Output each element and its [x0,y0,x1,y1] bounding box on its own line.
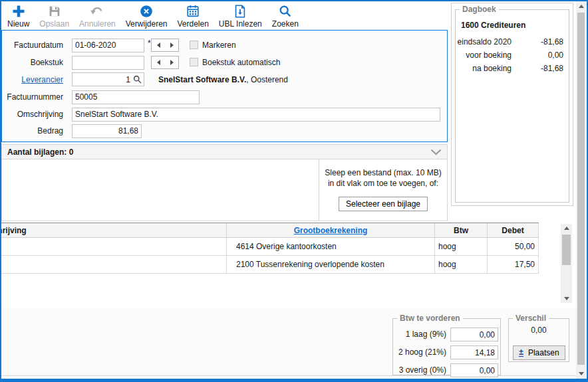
grid-header-btw: Btw [435,223,488,237]
dagboek-groupbox: Dagboek 1600 Crediteuren eindsaldo 2020 … [455,5,569,203]
zoeken-button[interactable]: Zoeken [271,3,300,29]
dagboek-account: 1600 Crediteuren [461,21,569,30]
plaatsen-button[interactable]: ± Plaatsen [513,345,565,360]
omschrijving-row: Omschrijving [2,107,447,122]
plus-minus-icon: ± [519,349,523,357]
step-back-icon[interactable] [157,60,160,65]
omschrijving-label: Omschrijving [2,107,68,122]
cell-debet[interactable]: 50,00 [488,238,539,256]
cell-grootboekrekening[interactable]: 4614 Overige kantoorkosten [227,238,435,256]
booking-window: Nieuw Opslaan Annuleren Verwijderen [0,0,588,382]
verschil-legend: Verschil [513,314,549,323]
dagboek-panel: Dagboek 1600 Crediteuren eindsaldo 2020 … [451,3,573,206]
scroll-down-icon[interactable] [561,294,572,303]
btw-te-vorderen-legend: Btw te vorderen [397,314,463,323]
dagboek-row: na boeking -81,68 [456,62,569,75]
btw-row-overig: 3 overig (0%) [393,363,498,378]
factuurnummer-input[interactable] [72,90,200,104]
window-scrollbar[interactable] [576,1,586,379]
btw-row-hoog: 2 hoog (21%) [393,345,498,360]
step-back-icon[interactable] [157,43,160,48]
attachment-drop-zone[interactable] [2,159,319,221]
verdelen-button[interactable]: Verdelen [176,3,210,29]
grid-row[interactable]: 4614 Overige kantoorkosten hoog 50,00 [1,238,539,256]
ubl-inlezen-button[interactable]: UBL Inlezen [218,3,263,29]
btw-row-laag: 1 laag (9%) [393,328,498,342]
step-forward-icon[interactable] [170,60,174,65]
bedrag-input[interactable] [72,124,142,138]
booking-form: Factuurdatum * Markeren Boekstuk Boekstu… [1,30,448,142]
bijlagen-count-label: Aantal bijlagen: 0 [7,147,73,157]
bedrag-label: Bedrag [2,124,68,138]
boekstuk-label: Boekstuk [2,55,68,70]
chevron-down-icon[interactable] [430,149,442,155]
dagboek-legend: Dagboek [460,5,499,14]
grid-header-omschrijving: Omschrijving [1,223,227,237]
delete-circle-icon [139,3,154,19]
cell-omschrijving[interactable] [1,256,227,274]
step-forward-icon[interactable] [170,43,174,48]
factuurdatum-stepper[interactable] [151,39,179,52]
factuurnummer-label: Factuurnummer [2,90,68,104]
factuurnummer-row: Factuurnummer [2,90,447,104]
bijlagen-body: Sleep een bestand (max. 10 MB) in dit vl… [1,159,448,221]
markeren-label: Markeren [202,41,236,50]
boekstuk-automatisch-checkbox[interactable] [190,58,198,66]
selecteer-bijlage-button[interactable]: Selecteer een bijlage [339,197,428,211]
document-download-icon [233,3,247,19]
leverancier-row: Leverancier SnelStart Software B.V., Oos… [2,72,447,87]
btw-hoog-input[interactable] [450,345,498,359]
undo-icon [89,3,105,19]
calendar-icon [186,3,200,19]
grid-row[interactable]: 2100 Tussenrekening overlopende kosten h… [1,256,539,274]
bedrag-row: Bedrag [2,124,447,138]
grid-header-row: Omschrijving Grootboekrekening Btw Debet [1,223,539,238]
window-scrollbar-thumb[interactable] [577,13,585,365]
boekstuk-automatisch-label: Boekstuk automatisch [202,58,280,67]
scroll-up-icon[interactable] [561,224,572,233]
factuurdatum-input[interactable] [72,39,144,52]
cell-debet[interactable]: 17,50 [488,256,539,274]
booking-lines-grid: Omschrijving Grootboekrekening Btw Debet… [1,223,575,304]
leverancier-name: SnelStart Software B.V., Oosterend [158,72,288,87]
cell-btw[interactable]: hoog [435,238,488,256]
boekstuk-input[interactable] [72,56,144,70]
scroll-down-icon[interactable] [576,369,586,378]
btw-laag-input[interactable] [450,328,498,341]
grid-header-debet: Debet [488,223,539,237]
grid-scrollbar[interactable] [561,224,572,303]
boekstuk-row: Boekstuk Boekstuk automatisch [2,55,447,70]
verschil-groupbox: Verschil 0,00 ± Plaatsen [508,314,569,362]
required-marker: * [148,39,151,48]
factuurdatum-row: Factuurdatum * Markeren [2,38,447,52]
drop-hint-line1: Sleep een bestand (max. 10 MB) [325,167,441,178]
attachment-instructions: Sleep een bestand (max. 10 MB) in dit vl… [319,159,447,221]
search-icon [278,3,293,19]
bijlagen-header[interactable]: Aantal bijlagen: 0 [1,144,448,159]
grid-scrollbar-thumb[interactable] [562,235,571,265]
markeren-checkbox[interactable] [190,41,198,49]
factuurdatum-label: Factuurdatum [2,38,68,52]
omschrijving-input[interactable] [72,108,440,122]
cell-omschrijving[interactable] [1,238,227,256]
boekstuk-stepper[interactable] [151,56,179,69]
plus-icon [11,3,27,19]
leverancier-link[interactable]: Leverancier [21,75,63,84]
dagboek-row: eindsaldo 2020 -81,68 [456,35,569,48]
verwijderen-button[interactable]: Verwijderen [124,3,169,29]
annuleren-button[interactable]: Annuleren [78,3,117,29]
opslaan-button[interactable]: Opslaan [38,3,71,29]
btw-overig-input[interactable] [450,363,498,377]
lookup-magnifier-icon[interactable] [133,75,142,84]
grid-header-grootboekrekening: Grootboekrekening [227,223,435,237]
nieuw-button[interactable]: Nieuw [6,3,31,29]
cell-grootboekrekening[interactable]: 2100 Tussenrekening overlopende kosten [227,256,435,274]
scroll-up-icon[interactable] [576,2,586,11]
save-icon [47,3,62,19]
cell-btw[interactable]: hoog [435,256,488,274]
btw-te-vorderen-groupbox: Btw te vorderen 1 laag (9%) 2 hoog (21%)… [392,314,501,375]
verschil-value: 0,00 [509,326,569,335]
dagboek-row: voor boeking 0,00 [456,48,569,62]
grootboekrekening-link[interactable]: Grootboekrekening [294,226,368,235]
totals-panel: Btw te vorderen 1 laag (9%) 2 hoog (21%)… [1,308,576,376]
